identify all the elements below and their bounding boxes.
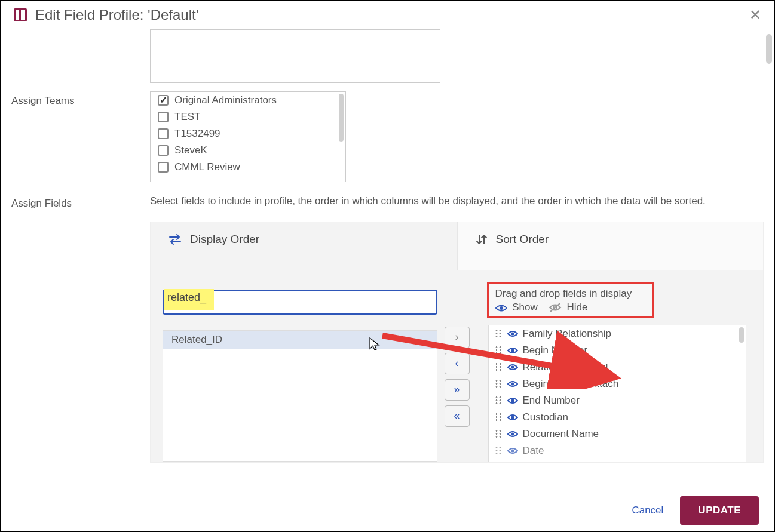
selected-field-item[interactable]: Relational field test bbox=[489, 359, 746, 376]
drag-help-annotation: Drag and drop fields in display Show Hid… bbox=[487, 282, 654, 318]
sort-order-title: Sort Order bbox=[496, 233, 549, 246]
svg-point-6 bbox=[511, 382, 514, 385]
move-all-left-button[interactable]: « bbox=[445, 405, 470, 427]
drag-handle-icon[interactable] bbox=[495, 446, 503, 455]
move-all-right-button[interactable]: » bbox=[445, 379, 470, 401]
team-item[interactable]: CMML Review bbox=[151, 159, 345, 176]
display-order-title: Display Order bbox=[190, 233, 259, 246]
drag-handle-icon[interactable] bbox=[495, 329, 503, 338]
team-label: T1532499 bbox=[174, 128, 220, 140]
drag-handle-icon[interactable] bbox=[495, 429, 503, 438]
team-item[interactable]: TEST bbox=[151, 109, 345, 125]
drag-handle-icon[interactable] bbox=[495, 396, 503, 405]
modal-title: Edit Field Profile: 'Default' bbox=[35, 7, 198, 23]
eye-show-icon[interactable] bbox=[507, 380, 518, 388]
field-name: Relational field test bbox=[523, 361, 609, 373]
svg-point-8 bbox=[511, 416, 514, 419]
drag-help-text: Drag and drop fields in display bbox=[495, 288, 646, 300]
team-label: SteveK bbox=[174, 144, 207, 156]
description-box[interactable] bbox=[150, 29, 440, 83]
hide-toggle[interactable]: Hide bbox=[549, 302, 588, 313]
team-label: TEST bbox=[174, 111, 200, 123]
checkbox-icon[interactable] bbox=[158, 145, 169, 156]
drag-handle-icon[interactable] bbox=[495, 346, 503, 355]
field-name: Begin Number Attach bbox=[523, 378, 619, 390]
team-label: Original Administrators bbox=[174, 94, 277, 106]
field-name: Custodian bbox=[523, 411, 569, 423]
field-name: Family Relationship bbox=[523, 328, 611, 340]
close-icon[interactable]: ✕ bbox=[749, 8, 761, 22]
available-fields-list[interactable]: Related_ID bbox=[163, 330, 437, 462]
assign-fields-description: Select fields to include in profile, the… bbox=[150, 194, 759, 208]
field-name: Date bbox=[523, 445, 544, 457]
eye-show-icon[interactable] bbox=[507, 330, 518, 337]
selected-scrollbar[interactable] bbox=[739, 327, 744, 343]
field-profile-icon bbox=[14, 8, 27, 21]
hide-label: Hide bbox=[567, 302, 588, 313]
drag-handle-icon[interactable] bbox=[495, 379, 503, 388]
selected-field-item[interactable]: Date bbox=[489, 442, 746, 459]
assign-teams-list[interactable]: Original Administrators TEST T1532499 St… bbox=[150, 91, 346, 182]
checkbox-icon[interactable] bbox=[158, 128, 169, 139]
svg-point-3 bbox=[511, 332, 514, 335]
sort-icon bbox=[476, 233, 488, 245]
eye-show-icon[interactable] bbox=[507, 397, 518, 404]
search-text-value: related_ bbox=[167, 291, 206, 304]
show-label: Show bbox=[512, 302, 538, 313]
eye-show-icon[interactable] bbox=[507, 364, 518, 371]
team-item[interactable]: T1532499 bbox=[151, 125, 345, 142]
selected-field-item[interactable]: Begin Number Attach bbox=[489, 376, 746, 392]
move-right-button[interactable]: › bbox=[445, 327, 470, 348]
svg-point-5 bbox=[511, 365, 514, 368]
svg-point-0 bbox=[500, 306, 503, 310]
field-name: Begin Number bbox=[523, 345, 588, 356]
available-field-item[interactable]: Related_ID bbox=[163, 331, 437, 349]
team-item[interactable]: Original Administrators bbox=[151, 92, 345, 109]
selected-field-item[interactable]: End Number bbox=[489, 392, 746, 409]
svg-point-9 bbox=[511, 432, 514, 435]
team-item[interactable]: SteveK bbox=[151, 142, 345, 159]
move-left-button[interactable]: ‹ bbox=[445, 353, 470, 374]
svg-point-10 bbox=[511, 449, 514, 452]
assign-fields-label: Assign Fields bbox=[11, 194, 150, 463]
team-label: CMML Review bbox=[174, 161, 240, 173]
svg-point-4 bbox=[511, 349, 514, 352]
drag-handle-icon[interactable] bbox=[495, 362, 503, 371]
selected-fields-list[interactable]: Family Relationship Begin Number Relatio… bbox=[488, 325, 747, 462]
eye-show-icon[interactable] bbox=[507, 414, 518, 421]
selected-field-item[interactable]: Custodian bbox=[489, 409, 746, 426]
drag-handle-icon[interactable] bbox=[495, 413, 503, 422]
swap-icon bbox=[169, 233, 182, 245]
eye-show-icon[interactable] bbox=[507, 347, 518, 354]
field-name: End Number bbox=[523, 395, 580, 407]
checkbox-icon[interactable] bbox=[158, 162, 169, 173]
selected-field-item[interactable]: Family Relationship bbox=[489, 325, 746, 342]
assign-teams-label: Assign Teams bbox=[11, 91, 150, 182]
checkbox-icon[interactable] bbox=[158, 112, 169, 122]
teams-scrollbar[interactable] bbox=[339, 94, 344, 142]
selected-field-item[interactable]: Document Name bbox=[489, 426, 746, 442]
show-toggle[interactable]: Show bbox=[495, 302, 538, 313]
eye-show-icon[interactable] bbox=[507, 430, 518, 438]
field-name: Document Name bbox=[523, 428, 599, 440]
selected-field-item[interactable]: Begin Number bbox=[489, 342, 746, 359]
svg-point-7 bbox=[511, 399, 514, 402]
checkbox-checked-icon[interactable] bbox=[158, 95, 169, 106]
eye-show-icon[interactable] bbox=[507, 447, 518, 454]
cancel-button[interactable]: Cancel bbox=[632, 505, 663, 516]
update-button[interactable]: UPDATE bbox=[680, 496, 759, 525]
